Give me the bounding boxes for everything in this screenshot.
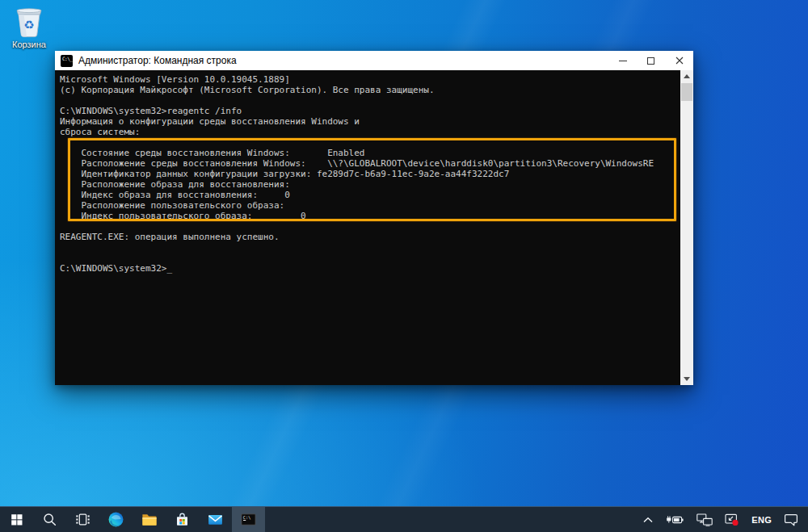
mail-icon bbox=[207, 511, 224, 528]
scroll-down-icon[interactable] bbox=[680, 373, 693, 385]
console-output: Microsoft Windows [Version 10.0.19045.18… bbox=[60, 74, 679, 274]
task-view-icon bbox=[75, 512, 90, 527]
window-title: Администратор: Командная строка bbox=[78, 55, 608, 66]
console-line bbox=[60, 253, 679, 263]
minimize-button[interactable] bbox=[608, 51, 637, 70]
recycle-bin-label: Корзина bbox=[3, 40, 55, 49]
command-prompt-taskbar-button[interactable]: C:\ bbox=[232, 507, 265, 532]
network-status-button[interactable] bbox=[696, 513, 713, 526]
console-scrollbar[interactable] bbox=[680, 70, 693, 385]
minimize-icon bbox=[619, 61, 627, 61]
window-titlebar[interactable]: C:\_ Администратор: Командная строка bbox=[55, 51, 693, 70]
console-line: Расположение среды восстановления Window… bbox=[60, 158, 679, 169]
console-line: Состояние среды восстановления Windows: … bbox=[60, 148, 679, 158]
console-line: сброса системы: bbox=[60, 127, 679, 137]
language-indicator[interactable]: ENG bbox=[751, 515, 772, 525]
search-icon bbox=[42, 512, 57, 527]
mail-button[interactable] bbox=[199, 507, 232, 532]
battery-icon bbox=[666, 514, 684, 526]
file-explorer-button[interactable] bbox=[133, 507, 166, 532]
console-line bbox=[60, 137, 679, 148]
console-line: Microsoft Windows [Version 10.0.19045.18… bbox=[60, 74, 679, 85]
edge-button[interactable] bbox=[99, 507, 133, 532]
notification-app-button[interactable] bbox=[725, 513, 739, 526]
console-line: Индекс образа для восстановления: 0 bbox=[60, 190, 679, 200]
console-line: Индекс пользовательского образа: 0 bbox=[60, 211, 679, 221]
start-icon bbox=[10, 513, 23, 526]
tray-overflow-button[interactable] bbox=[642, 516, 654, 524]
taskbar: C:\ bbox=[0, 506, 808, 532]
recycle-bin[interactable]: ♻ Корзина bbox=[3, 5, 55, 49]
scrollbar-thumb[interactable] bbox=[681, 83, 692, 101]
recycle-bin-icon: ♻ bbox=[11, 5, 47, 39]
svg-text:C:\: C:\ bbox=[243, 515, 250, 520]
console-line bbox=[60, 242, 679, 253]
close-button[interactable] bbox=[665, 51, 693, 70]
edge-icon bbox=[107, 511, 124, 528]
monitor-alert-icon bbox=[725, 513, 739, 526]
action-center-icon bbox=[784, 513, 798, 526]
close-icon bbox=[675, 57, 684, 65]
console-line: Расположение образа для восстановления: bbox=[60, 179, 679, 190]
console-line: (с) Корпорация Майкрософт (Microsoft Cor… bbox=[60, 85, 679, 95]
console-area[interactable]: Microsoft Windows [Version 10.0.19045.18… bbox=[55, 70, 693, 385]
console-line: C:\WINDOWS\system32>reagentc /info bbox=[60, 106, 679, 116]
console-line: C:\WINDOWS\system32>_ bbox=[60, 263, 679, 274]
console-line: Идентификатор данных конфигурации загруз… bbox=[60, 169, 679, 179]
action-center-button[interactable] bbox=[784, 513, 798, 526]
command-prompt-icon: C:\ bbox=[240, 511, 257, 528]
system-tray: ENG bbox=[630, 507, 808, 532]
task-view-button[interactable] bbox=[66, 507, 99, 532]
cmd-window: C:\_ Администратор: Командная строка Mic… bbox=[55, 51, 693, 385]
scroll-up-icon[interactable] bbox=[680, 70, 693, 82]
maximize-icon bbox=[647, 57, 654, 65]
store-button[interactable] bbox=[166, 507, 199, 532]
network-icon bbox=[696, 513, 713, 526]
maximize-button[interactable] bbox=[637, 51, 665, 70]
console-line bbox=[60, 95, 679, 106]
taskbar-search-button[interactable] bbox=[33, 507, 66, 532]
cmd-titlebar-icon: C:\_ bbox=[61, 55, 73, 67]
console-line bbox=[60, 221, 679, 232]
svg-text:♻: ♻ bbox=[23, 18, 34, 32]
store-icon bbox=[174, 511, 191, 528]
console-line: Информация о конфигурации среды восстано… bbox=[60, 116, 679, 127]
start-button[interactable] bbox=[0, 507, 33, 532]
file-explorer-icon bbox=[141, 511, 158, 528]
battery-status-button[interactable] bbox=[666, 514, 684, 526]
taskbar-spacer bbox=[265, 507, 630, 532]
console-line: Расположение пользовательского образа: bbox=[60, 200, 679, 211]
chevron-up-icon bbox=[642, 516, 654, 524]
console-line: REAGENTC.EXE: операция выполнена успешно… bbox=[60, 232, 679, 242]
